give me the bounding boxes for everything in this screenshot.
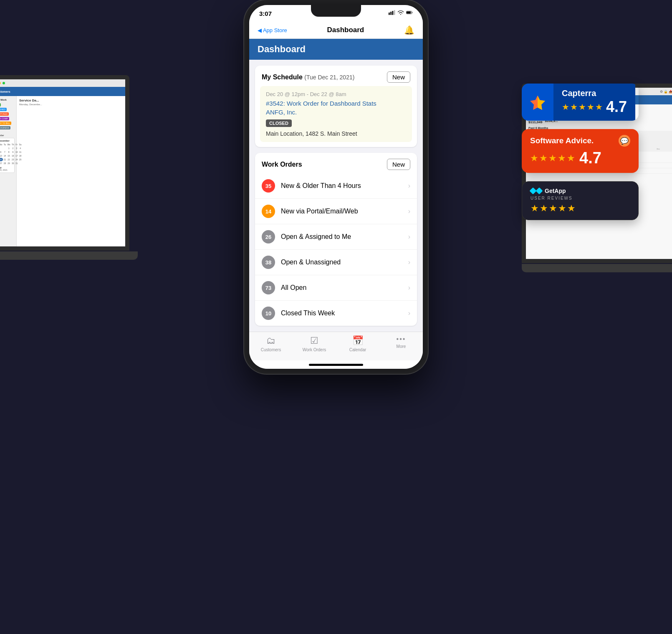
schedule-item[interactable]: Dec 20 @ 12pm - Dec 22 @ 8am #3542: Work…	[260, 86, 412, 142]
laptop-left: Customers Open Work NEW ASSIGNED POSTPON…	[0, 75, 146, 292]
wo-chevron-2: ›	[408, 208, 410, 215]
badge-assigned[interactable]: ASSIGNED	[0, 108, 7, 111]
wo-label-3: Open & Assigned to Me	[281, 233, 408, 241]
ga-stars: ★ ★ ★ ★ ★	[531, 203, 576, 214]
ll-open-work: Open Work	[0, 99, 15, 101]
tab-work-orders[interactable]: ☑ Work Orders	[293, 335, 336, 352]
wo-chevron-4: ›	[408, 259, 410, 266]
badge-progress[interactable]: IN PROGRESS	[0, 126, 10, 129]
home-bar	[309, 364, 363, 366]
badge-bill[interactable]: READY TO BILL	[0, 122, 11, 125]
ll-service-subtitle: Monday, Decembe...	[19, 103, 123, 106]
tab-more-label: More	[397, 344, 406, 349]
tab-calendar-label: Calendar	[349, 347, 366, 352]
wo-label-6: Closed This Week	[281, 309, 408, 317]
svg-rect-2	[392, 11, 393, 15]
wo-badge-4: 38	[262, 256, 275, 269]
ratings-container: Capterra ★ ★ ★ ★ ★ 4.7 Software Advice. …	[522, 84, 639, 220]
sched-work-order[interactable]: #3542: Work Order for Dashboard Stats	[266, 100, 406, 107]
wo-badge-3: 26	[262, 230, 275, 243]
ll-calendar-title: Calendar	[0, 134, 15, 137]
sa-icon: 💬	[619, 135, 630, 147]
wo-badge-1: 35	[262, 179, 275, 193]
svg-rect-1	[390, 12, 392, 15]
wo-chevron-3: ›	[408, 233, 410, 241]
sa-name: Software Advice.	[530, 136, 594, 145]
window-minimize[interactable]	[0, 82, 1, 84]
wo-new-button[interactable]: New	[387, 159, 410, 170]
sched-date-range: Dec 20 @ 12pm - Dec 22 @ 8am	[266, 91, 406, 97]
ga-logo: GetApp	[531, 188, 566, 194]
work-orders-card: Work Orders New 35 New & Older Than 4 Ho…	[255, 153, 417, 326]
nav-back[interactable]: ◀ App Store	[258, 27, 287, 33]
sched-status-badge: CLOSED	[266, 119, 292, 127]
schedule-date: (Tue Dec 21, 2021)	[304, 74, 354, 81]
status-time: 3:07	[259, 10, 272, 17]
ga-sub: USER REVIEWS	[531, 196, 630, 200]
blue-header: Dashboard	[249, 39, 423, 60]
wo-title: Work Orders	[262, 161, 302, 168]
svg-marker-7	[538, 95, 545, 109]
battery-icon	[406, 10, 413, 15]
phone-scroll[interactable]: My Schedule (Tue Dec 21, 2021) New Dec 2…	[249, 60, 423, 369]
tab-customers[interactable]: 🗂 Customers	[249, 335, 293, 352]
sched-address: Main Location, 1482 S. Main Street	[266, 130, 406, 137]
sa-stars: ★ ★ ★ ★ ★	[530, 153, 575, 164]
badge-postponed[interactable]: POSTPONED	[0, 112, 9, 116]
software-advice-badge: Software Advice. 💬 ★ ★ ★ ★ ★ 4.7	[522, 129, 639, 173]
wo-item-2[interactable]: 14 New via Portal/Email/Web ›	[255, 199, 417, 224]
svg-rect-0	[389, 13, 390, 15]
bell-icon[interactable]: 🔔	[404, 25, 414, 35]
ll-nav-title: Customers	[0, 90, 10, 93]
wo-badge-6: 10	[262, 307, 275, 320]
ga-rating-row: ★ ★ ★ ★ ★	[531, 203, 630, 214]
phone: 3:07	[244, 0, 428, 374]
wo-item-1[interactable]: 35 New & Older Than 4 Hours ›	[255, 173, 417, 199]
dashboard-header-title: Dashboard	[258, 44, 306, 54]
ll-today-date: Dec 20, 2021	[0, 169, 13, 171]
badge-complete[interactable]: WORK COMP	[0, 117, 9, 120]
tab-work-orders-label: Work Orders	[303, 347, 326, 352]
wo-badge-2: 14	[262, 205, 275, 218]
customers-icon: 🗂	[266, 335, 275, 346]
calendar-icon: 📅	[352, 335, 364, 346]
badge-new[interactable]: NEW	[0, 103, 1, 107]
svg-rect-3	[394, 10, 395, 15]
wo-item-4[interactable]: 38 Open & Unassigned ›	[255, 250, 417, 275]
window-maximize[interactable]	[3, 82, 5, 84]
notch	[311, 5, 361, 17]
wo-chevron-5: ›	[408, 284, 410, 292]
capterra-stars: ★ ★ ★ ★ ★	[562, 102, 603, 112]
wo-chevron-1: ›	[408, 182, 410, 190]
status-bar: 3:07	[249, 5, 423, 23]
wo-item-3[interactable]: 26 Open & Assigned to Me ›	[255, 224, 417, 250]
tab-more[interactable]: ••• More	[379, 335, 423, 352]
wifi-icon	[397, 10, 404, 15]
sched-company[interactable]: ANFG, Inc.	[266, 109, 406, 116]
capterra-badge: Capterra ★ ★ ★ ★ ★ 4.7	[522, 84, 639, 121]
status-icons	[389, 10, 413, 15]
tab-bar: 🗂 Customers ☑ Work Orders 📅 Calendar •••…	[249, 332, 423, 360]
nav-bar: ◀ App Store Dashboard 🔔	[249, 23, 423, 39]
capterra-icon	[530, 95, 545, 110]
tab-calendar[interactable]: 📅 Calendar	[336, 335, 379, 352]
wo-item-5[interactable]: 73 All Open ›	[255, 275, 417, 301]
wo-chevron-6: ›	[408, 309, 410, 317]
wo-label-1: New & Older Than 4 Hours	[281, 182, 408, 190]
signal-icon	[389, 10, 395, 15]
wo-label-2: New via Portal/Email/Web	[281, 208, 408, 215]
wo-label-4: Open & Unassigned	[281, 259, 408, 266]
schedule-new-button[interactable]: New	[387, 71, 410, 83]
capterra-score: 4.7	[606, 98, 627, 116]
more-icon: •••	[397, 335, 406, 343]
ll-service-title: Service Da...	[19, 99, 123, 102]
svg-rect-5	[407, 11, 411, 13]
wo-badge-5: 73	[262, 281, 275, 294]
sa-score: 4.7	[579, 149, 601, 167]
work-orders-icon: ☑	[310, 335, 318, 346]
tab-customers-label: Customers	[261, 347, 281, 352]
nav-title: Dashboard	[327, 26, 364, 34]
schedule-card: My Schedule (Tue Dec 21, 2021) New Dec 2…	[255, 66, 417, 147]
wo-item-6[interactable]: 10 Closed This Week ›	[255, 301, 417, 326]
capterra-name: Capterra	[562, 89, 627, 98]
